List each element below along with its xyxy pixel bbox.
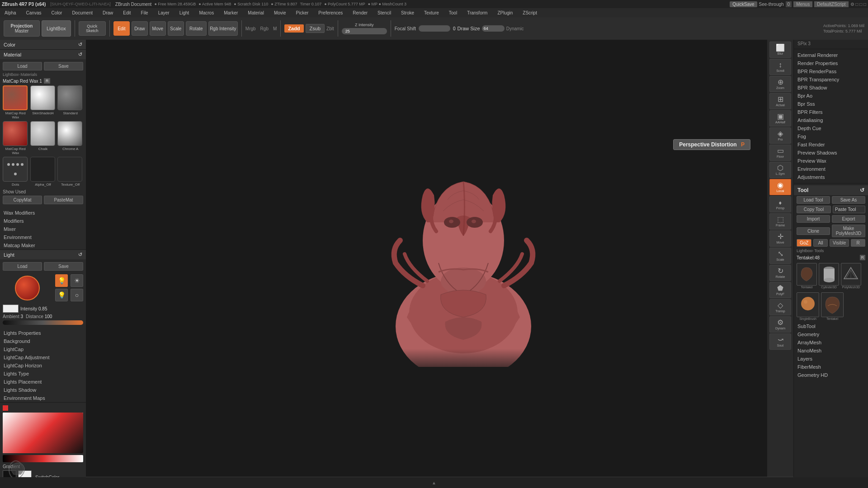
import-btn[interactable]: Import: [797, 215, 830, 223]
lightcap-horizon-item[interactable]: LightCap Horizon: [0, 361, 86, 370]
copy-tool-btn[interactable]: Copy Tool: [797, 206, 831, 213]
subtool-item[interactable]: SubTool: [794, 322, 868, 330]
menu-movie[interactable]: Movie: [271, 10, 289, 15]
menu-alpha[interactable]: Alpha: [2, 10, 19, 15]
geometry-hd-item[interactable]: Geometry HD: [794, 371, 868, 379]
mixer-item[interactable]: Mixer: [0, 225, 86, 233]
menu-document[interactable]: Document: [69, 10, 95, 15]
copymat-btn[interactable]: CopyMat: [3, 196, 42, 204]
color-picker-area[interactable]: [3, 413, 83, 453]
menu-stencil[interactable]: Stencil: [375, 10, 394, 15]
menu-picker[interactable]: Picker: [293, 10, 311, 15]
rotate-btn[interactable]: Rotate: [186, 21, 207, 36]
thumb-singlebrush[interactable]: SingleBrush: [797, 292, 819, 320]
intensity-slider[interactable]: [3, 320, 83, 325]
edit-btn[interactable]: Edit: [113, 21, 130, 36]
light-save-btn[interactable]: Save: [44, 262, 83, 271]
show-used-label[interactable]: Show Used: [3, 189, 83, 194]
move-btn[interactable]: Move: [150, 21, 166, 36]
menu-macros[interactable]: Macros: [196, 10, 217, 15]
zadd-button[interactable]: Zadd: [284, 24, 303, 33]
model-viewport[interactable]: [86, 40, 841, 477]
projection-master-btn[interactable]: Projection Master: [4, 20, 40, 37]
draw-btn[interactable]: Draw: [132, 21, 148, 36]
thumb-cylinder[interactable]: Cylinder3D: [819, 263, 839, 289]
material-header[interactable]: Material ↺: [0, 50, 86, 59]
bpr-sss-item[interactable]: Bpr Sss: [794, 100, 868, 108]
zsub-button[interactable]: Zsub: [306, 24, 325, 33]
mat-swatch-standard[interactable]: Standard: [57, 85, 83, 119]
mat-save-btn[interactable]: Save: [44, 62, 83, 70]
light-icon-4[interactable]: ○: [71, 289, 83, 301]
visible-btn[interactable]: Visible: [830, 239, 849, 247]
mat-swatch-texture-off[interactable]: Texture_Off: [57, 157, 83, 187]
menu-tool[interactable]: Tool: [446, 10, 460, 15]
goz-btn[interactable]: GoZ: [797, 239, 811, 247]
paste-tool-field[interactable]: Paste Tool: [833, 206, 865, 213]
menu-preferences[interactable]: Preferences: [316, 10, 345, 15]
preview-wax-item[interactable]: Preview Wax: [794, 157, 868, 165]
thumb-tentakel2[interactable]: Tentakel: [821, 292, 844, 320]
menu-transform[interactable]: Transform: [464, 10, 490, 15]
lights-type-item[interactable]: Lights Type: [0, 370, 86, 378]
icon-polyf[interactable]: ⬟ PolyF: [769, 282, 791, 298]
thumb-polymesh[interactable]: PolyMesh3D: [841, 263, 861, 289]
menu-draw[interactable]: Draw: [100, 10, 116, 15]
color-header[interactable]: Color ↺: [0, 40, 86, 49]
icon-sout[interactable]: ⤻ Sout: [769, 333, 791, 350]
lightcap-item[interactable]: LightCap: [0, 345, 86, 353]
antialiasing-item[interactable]: Antialiasing: [794, 116, 868, 124]
environment-item[interactable]: Environment: [0, 233, 86, 241]
menus-btn[interactable]: Menus: [793, 1, 812, 7]
render-properties-item[interactable]: Render Properties: [794, 59, 868, 67]
depth-cue-item[interactable]: Depth Cue: [794, 124, 868, 132]
bpr-transparency-item[interactable]: BPR Transparency: [794, 75, 868, 84]
icon-pro[interactable]: ◈ Pro: [769, 127, 791, 144]
icon-zoom[interactable]: ⊕ Zoom: [769, 76, 791, 92]
menu-layer[interactable]: Layer: [156, 10, 172, 15]
icon-aaHalf[interactable]: ▣ AAHalf: [769, 110, 791, 127]
modifiers-item[interactable]: Modifiers: [0, 217, 86, 225]
icon-floor[interactable]: ▭ Floor: [769, 145, 791, 161]
lights-placement-item[interactable]: Lights Placement: [0, 378, 86, 386]
light-icon-bulb[interactable]: 💡: [55, 274, 68, 287]
menu-marker[interactable]: Marker: [221, 10, 241, 15]
menu-canvas[interactable]: Canvas: [24, 10, 44, 15]
lightbox-btn[interactable]: LightBox: [42, 20, 71, 37]
focal-shift-slider[interactable]: [419, 25, 450, 32]
canvas-area[interactable]: Perspective Distortion P: [86, 40, 841, 477]
make-polymesh-btn[interactable]: Make PolyMesh3D: [832, 225, 865, 237]
icon-scroll[interactable]: ↕ Scroll: [769, 59, 791, 75]
mat-chalk-sphere[interactable]: [30, 121, 55, 146]
fibermesh-item[interactable]: FiberMesh: [794, 363, 868, 371]
icon-local[interactable]: ◉ Local: [769, 179, 791, 195]
material-refresh-icon[interactable]: ↺: [78, 52, 82, 57]
light-refresh-icon[interactable]: ↺: [78, 252, 82, 258]
scale-btn[interactable]: Scale: [168, 21, 184, 36]
thumb-tentakel[interactable]: Tentakel: [797, 263, 817, 289]
menu-zscript[interactable]: ZScript: [520, 10, 540, 15]
menu-color[interactable]: Color: [48, 10, 65, 15]
render-environment-item[interactable]: Environment: [794, 165, 868, 173]
save-as-btn[interactable]: Save As: [832, 196, 865, 204]
mat-wax2-sphere[interactable]: [3, 121, 28, 146]
adjustments-item[interactable]: Adjustments: [794, 173, 868, 181]
quicksave-button[interactable]: QuickSave: [730, 1, 757, 7]
icon-frame[interactable]: ⬚ Frame: [769, 213, 791, 230]
layers-item[interactable]: Layers: [794, 355, 868, 363]
load-tool-btn[interactable]: Load Tool: [797, 196, 830, 204]
mat-standard-sphere[interactable]: [57, 85, 82, 110]
icon-move[interactable]: ✛ Move: [769, 230, 791, 247]
clone-btn[interactable]: Clone: [797, 227, 830, 235]
mat-swatch-chalk[interactable]: Chalk: [30, 121, 56, 155]
menu-material[interactable]: Material: [245, 10, 267, 15]
mat-swatch-alpha-off[interactable]: Alpha_Off: [30, 157, 56, 187]
mat-swatch-chrome[interactable]: Chrome A: [57, 121, 83, 155]
icon-blur[interactable]: ⬜ Blur: [769, 42, 791, 58]
draw-size-slider[interactable]: 64: [482, 25, 505, 32]
environment-maps-item[interactable]: Environment Maps: [0, 394, 86, 402]
mat-swatch-red-wax[interactable]: MatCap Red Wax: [3, 85, 28, 119]
bpr-ao-item[interactable]: Bpr Ao: [794, 92, 868, 100]
menu-edit[interactable]: Edit: [120, 10, 133, 15]
menu-light[interactable]: Light: [177, 10, 192, 15]
